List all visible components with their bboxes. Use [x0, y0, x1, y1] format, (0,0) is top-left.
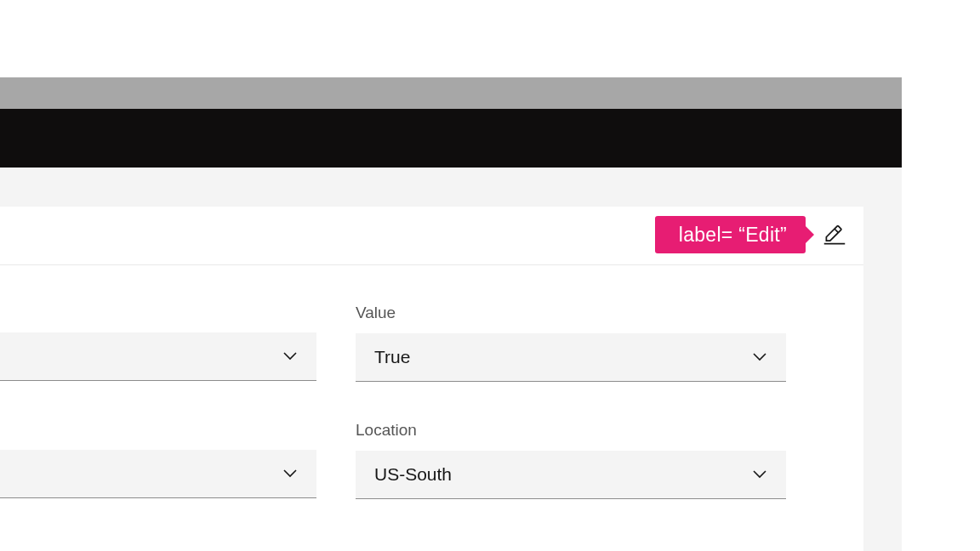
dropdown-location[interactable]: US-South — [356, 451, 786, 499]
dropdown-location-text: US-South — [374, 464, 452, 485]
tooltip-text: label= “Edit” — [679, 224, 787, 247]
gray-header-band — [0, 77, 902, 109]
dropdown-left-2[interactable] — [0, 450, 316, 498]
edit-button[interactable] — [823, 224, 846, 247]
dropdown-value[interactable]: True — [356, 333, 786, 382]
field-value-label: Value — [356, 304, 786, 322]
field-value: Value True — [356, 304, 786, 382]
dropdown-left-1[interactable] — [0, 332, 316, 381]
chevron-down-icon — [752, 470, 767, 479]
tooltip-label: label= “Edit” — [655, 216, 806, 253]
edit-icon — [823, 224, 846, 247]
field-left-1 — [0, 332, 316, 381]
black-header-band — [0, 109, 902, 168]
chevron-down-icon — [752, 353, 767, 361]
field-location-label: Location — [356, 421, 786, 440]
field-location: Location US-South — [356, 421, 786, 499]
chevron-down-icon — [282, 469, 298, 478]
card-header: label= “Edit” — [0, 207, 863, 265]
field-left-2 — [0, 450, 316, 498]
dropdown-value-text: True — [374, 347, 410, 367]
chevron-down-icon — [282, 352, 298, 361]
